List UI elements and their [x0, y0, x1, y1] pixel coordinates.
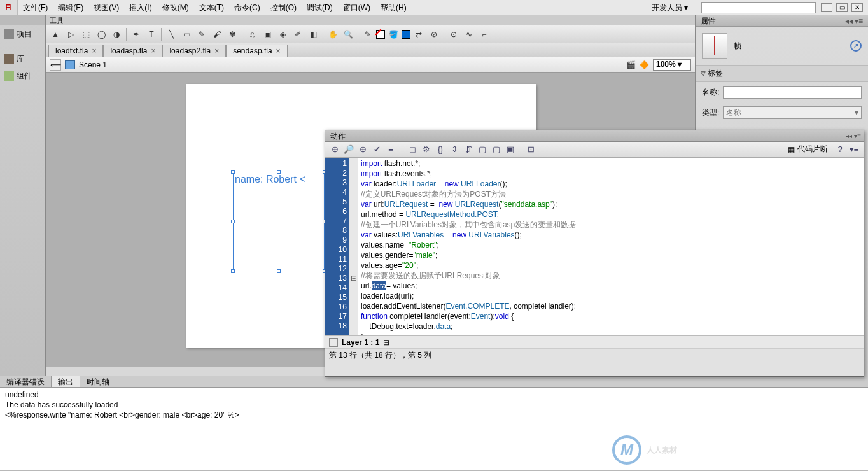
- stroke-color[interactable]: ✎: [361, 27, 375, 41]
- doc-tab-loadasp[interactable]: loadasp.fla×: [103, 45, 162, 57]
- window-minimize[interactable]: —: [821, 3, 832, 12]
- show-hint-icon[interactable]: ◻: [407, 144, 418, 155]
- no-color[interactable]: ⊘: [427, 27, 441, 41]
- edit-symbol-icon[interactable]: 🔶: [640, 60, 649, 69]
- 3d-rotate-tool[interactable]: ◑: [109, 27, 123, 41]
- nav-back[interactable]: ⟸: [50, 59, 61, 71]
- text-tool[interactable]: T: [144, 27, 158, 41]
- pin-script-icon[interactable]: [329, 338, 338, 347]
- rectangle-tool[interactable]: ▭: [179, 27, 193, 41]
- menu-help[interactable]: 帮助(H): [375, 0, 412, 15]
- resize-handle[interactable]: [231, 269, 235, 273]
- menu-icon[interactable]: ▾≡: [854, 130, 861, 141]
- close-icon[interactable]: ×: [151, 46, 155, 55]
- hand-tool[interactable]: ✋: [326, 27, 340, 41]
- help-icon[interactable]: ?: [834, 144, 846, 155]
- eraser-tool[interactable]: ◧: [306, 27, 320, 41]
- section-label[interactable]: 标签: [696, 65, 868, 82]
- line-tool[interactable]: ╲: [164, 27, 178, 41]
- menu-control[interactable]: 控制(O): [265, 0, 302, 15]
- collapse-icon[interactable]: ◂◂: [846, 130, 852, 141]
- smooth-tool[interactable]: ∿: [462, 27, 476, 41]
- menu-window[interactable]: 窗口(W): [338, 0, 375, 15]
- close-icon[interactable]: ×: [214, 46, 219, 55]
- pin-icon[interactable]: ▣: [505, 144, 516, 155]
- tab-timeline[interactable]: 时间轴: [80, 376, 116, 387]
- doc-tab-loadasp2[interactable]: loadasp2.fla×: [162, 45, 226, 57]
- pencil-tool[interactable]: ✎: [195, 27, 209, 41]
- check-syntax-icon[interactable]: ✔: [371, 144, 382, 155]
- fold-column[interactable]: ⊟: [349, 158, 358, 335]
- close-icon[interactable]: ×: [276, 46, 281, 55]
- add-script-icon[interactable]: ⊕: [329, 144, 340, 155]
- code-snippets-button[interactable]: ▦代码片断: [784, 144, 832, 155]
- collapse-braces-icon[interactable]: {}: [435, 144, 446, 155]
- collapse-sel-icon[interactable]: ⇕: [449, 144, 460, 155]
- fill-swatch[interactable]: [402, 30, 410, 39]
- stroke-swatch[interactable]: [376, 30, 385, 39]
- close-icon[interactable]: ×: [92, 46, 96, 55]
- resize-handle[interactable]: [231, 220, 235, 223]
- resize-handle[interactable]: [277, 170, 281, 174]
- target-icon[interactable]: ⊕: [357, 144, 368, 155]
- text-field[interactable]: name: Robert <: [233, 172, 325, 271]
- pen-tool[interactable]: ✒: [129, 27, 143, 41]
- comment-icon[interactable]: ▢: [477, 144, 488, 155]
- free-transform-tool[interactable]: ⬚: [79, 27, 93, 41]
- menu-insert[interactable]: 插入(I): [124, 0, 157, 15]
- menu-edit[interactable]: 编辑(E): [53, 0, 88, 15]
- window-restore[interactable]: ▭: [836, 3, 848, 12]
- info-button[interactable]: ↗: [850, 40, 862, 52]
- brush-tool[interactable]: 🖌: [210, 27, 224, 41]
- doc-tab-sendasp[interactable]: sendasp.fla×: [226, 45, 287, 57]
- menu-file[interactable]: 文件(F): [18, 0, 53, 15]
- search-input[interactable]: [701, 2, 816, 13]
- menu-command[interactable]: 命令(C): [229, 0, 265, 15]
- code-status: 第 13 行（共 18 行），第 5 列: [325, 348, 864, 361]
- tab-output[interactable]: 输出: [52, 376, 80, 387]
- menu-bar: Fl 文件(F) 编辑(E) 视图(V) 插入(I) 修改(M) 文本(T) 命…: [0, 0, 868, 15]
- lasso-tool[interactable]: ◯: [94, 27, 108, 41]
- zoom-select[interactable]: 100% ▾: [653, 59, 691, 71]
- tab-compiler-errors[interactable]: 编译器错误: [0, 376, 52, 387]
- name-input[interactable]: [723, 86, 862, 99]
- sidebar-item-library[interactable]: 库: [0, 50, 45, 67]
- sidebar-item-project[interactable]: 项目: [0, 25, 45, 43]
- eyedropper-tool[interactable]: ✐: [291, 27, 305, 41]
- menu-text[interactable]: 文本(T): [194, 0, 229, 15]
- paint-bucket-tool[interactable]: ▣: [260, 27, 274, 41]
- collapse-icon[interactable]: ◂◂: [845, 15, 853, 26]
- menu-view[interactable]: 视图(V): [88, 0, 124, 15]
- snap-tool[interactable]: ⊙: [447, 27, 461, 41]
- straighten-tool[interactable]: ⌐: [477, 27, 491, 41]
- tools-toolbar: ▲ ▷ ⬚ ◯ ◑ ✒ T ╲ ▭ ✎ 🖌 ✾ ⎌ ▣ ◈ ✐ ◧ ✋ 🔍 ✎: [46, 25, 695, 43]
- script-assist-icon[interactable]: ⊡: [525, 144, 536, 155]
- swap-colors[interactable]: ⇄: [412, 27, 426, 41]
- expand-all-icon[interactable]: ⇵: [463, 144, 474, 155]
- doc-tab-loadtxt[interactable]: loadtxt.fla×: [48, 45, 103, 57]
- menu-icon[interactable]: ▾≡: [855, 15, 863, 26]
- fill-color[interactable]: 🪣: [386, 27, 400, 41]
- code-editor[interactable]: import flash.net.*; import flash.events.…: [358, 158, 864, 335]
- ink-bottle-tool[interactable]: ◈: [276, 27, 290, 41]
- menu-modify[interactable]: 修改(M): [157, 0, 194, 15]
- debug-icon[interactable]: ⚙: [421, 144, 432, 155]
- zoom-tool[interactable]: 🔍: [341, 27, 355, 41]
- subselection-tool[interactable]: ▷: [64, 27, 78, 41]
- auto-format-icon[interactable]: ≡: [385, 144, 396, 155]
- menu-developer[interactable]: 开发人员 ▾: [647, 0, 693, 15]
- resize-handle[interactable]: [277, 269, 281, 273]
- unpin-icon[interactable]: ⊟: [383, 338, 389, 347]
- selection-tool[interactable]: ▲: [48, 27, 62, 41]
- deco-tool[interactable]: ✾: [225, 27, 239, 41]
- edit-scene-icon[interactable]: 🎬: [626, 60, 636, 69]
- uncomment-icon[interactable]: ▢: [491, 144, 502, 155]
- menu-debug[interactable]: 调试(D): [302, 0, 338, 15]
- bone-tool[interactable]: ⎌: [245, 27, 259, 41]
- window-close[interactable]: ✕: [851, 3, 863, 12]
- options-menu-icon[interactable]: ▾≡: [848, 144, 860, 155]
- find-icon[interactable]: 🔎: [343, 144, 354, 155]
- resize-handle[interactable]: [231, 170, 235, 174]
- type-select[interactable]: 名称▾: [723, 106, 862, 119]
- sidebar-item-components[interactable]: 组件: [0, 67, 45, 85]
